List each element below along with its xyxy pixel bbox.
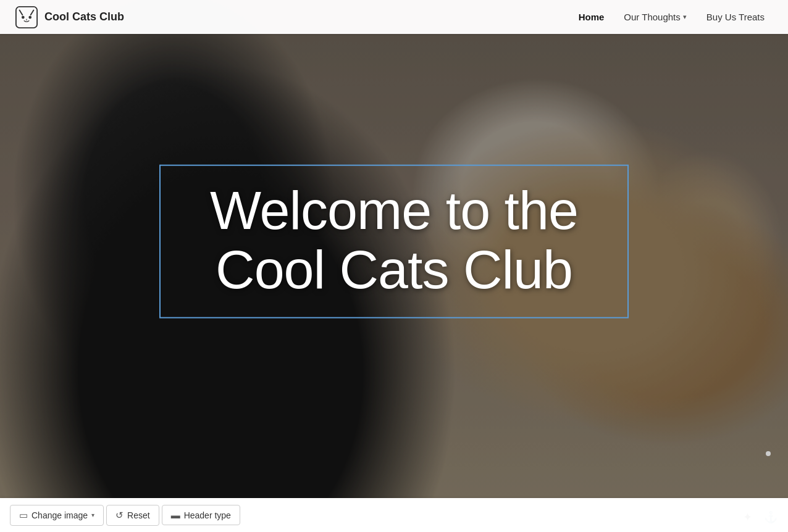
nav-link-buy-us-treats[interactable]: Buy Us Treats	[698, 8, 773, 26]
svg-point-2	[28, 15, 31, 19]
cat-face-icon	[15, 6, 38, 29]
reset-button[interactable]: ↺ Reset	[106, 505, 159, 526]
hero-text-box: Welcome to the Cool Cats Club	[159, 164, 629, 318]
image-icon: ▭	[19, 510, 28, 521]
nav-links: Home Our Thoughts ▾ Buy Us Treats	[570, 8, 773, 26]
navbar: Cool Cats Club Home Our Thoughts ▾ Buy U…	[0, 0, 788, 34]
chevron-down-icon: ▾	[683, 13, 687, 21]
nav-link-home[interactable]: Home	[570, 8, 613, 26]
hero-section: Welcome to the Cool Cats Club	[0, 0, 788, 498]
hero-heading: Welcome to the Cool Cats Club	[185, 180, 603, 300]
bottom-toolbar: ▭ Change image ▾ ↺ Reset ▬ Header type	[0, 498, 788, 532]
slide-dot-indicator	[766, 451, 771, 456]
nav-brand[interactable]: Cool Cats Club	[15, 6, 124, 29]
header-type-button[interactable]: ▬ Header type	[162, 505, 240, 525]
svg-point-1	[22, 15, 25, 19]
dropdown-chevron-icon: ▾	[91, 512, 94, 518]
brand-title: Cool Cats Club	[44, 10, 124, 23]
header-type-icon: ▬	[171, 510, 180, 520]
nav-link-our-thoughts[interactable]: Our Thoughts ▾	[615, 8, 695, 26]
reset-icon: ↺	[115, 510, 124, 521]
change-image-button[interactable]: ▭ Change image ▾	[10, 505, 104, 526]
